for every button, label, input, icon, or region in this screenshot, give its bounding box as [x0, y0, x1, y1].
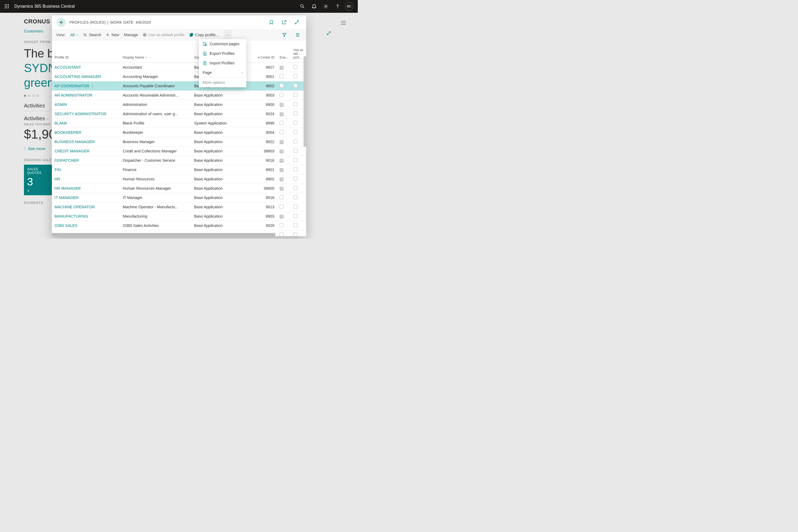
help-icon[interactable]	[332, 0, 343, 13]
manage-dropdown[interactable]: Manage	[124, 33, 138, 37]
table-row[interactable]: ADMINAdministrationBase Application8900	[52, 100, 306, 109]
default-checkbox[interactable]	[293, 83, 298, 88]
notifications-icon[interactable]	[308, 0, 320, 13]
enabled-checkbox[interactable]	[280, 187, 284, 191]
sales-quotes-tile[interactable]: SALES QUOTES 3	[24, 165, 56, 195]
expand-icon[interactable]	[326, 31, 331, 36]
cell-profile-id[interactable]: BOOKKEEPER	[52, 128, 120, 137]
default-checkbox[interactable]	[293, 186, 298, 190]
user-avatar[interactable]: BC	[345, 2, 354, 11]
default-checkbox[interactable]	[293, 74, 298, 78]
search-icon[interactable]	[297, 0, 308, 13]
enabled-checkbox[interactable]	[280, 103, 284, 107]
enabled-checkbox[interactable]	[280, 223, 284, 227]
cell-profile-id[interactable]: AP COORDINATOR⋮	[52, 81, 120, 91]
table-row[interactable]: DISPATCHERDispatcher - Customer ServiceB…	[52, 156, 306, 165]
col-enabled[interactable]: Ena...	[277, 40, 290, 63]
cell-profile-id[interactable]: SECURITY ADMINISTRATOR	[52, 109, 120, 119]
col-display-name[interactable]: Display Name ↑	[120, 40, 191, 63]
table-row[interactable]: MANUFACTURINGManufacturingBase Applicati…	[52, 212, 306, 221]
cell-profile-id[interactable]: FIN	[52, 165, 120, 174]
default-checkbox[interactable]	[293, 130, 298, 134]
table-row[interactable]: HR MANAGERHuman Resources ManagerBase Ap…	[52, 184, 306, 193]
bookmark-icon[interactable]	[267, 18, 276, 27]
new-button[interactable]: New	[106, 33, 119, 37]
default-checkbox[interactable]	[293, 111, 298, 115]
table-row[interactable]: ACCOUNTING MANAGERAccounting ManagerBase…	[52, 72, 306, 81]
default-checkbox[interactable]	[293, 167, 298, 171]
enabled-checkbox[interactable]	[280, 195, 284, 199]
table-row[interactable]: ACCOUNTANTAccountantBase App9027	[52, 63, 306, 72]
enabled-checkbox[interactable]	[280, 232, 284, 236]
cell-profile-id[interactable]: BUSINESS MANAGER	[52, 137, 120, 147]
enabled-checkbox[interactable]	[280, 93, 284, 97]
enabled-checkbox[interactable]	[280, 205, 284, 209]
default-checkbox[interactable]	[293, 149, 298, 153]
table-row[interactable]: BLANKBlank ProfileSystem Application8999	[52, 119, 306, 128]
menu-customize-pages[interactable]: Customize pages	[199, 39, 246, 49]
cell-profile-id[interactable]: BLANK	[52, 119, 120, 128]
vertical-scrollbar[interactable]	[304, 56, 306, 147]
cell-profile-id[interactable]: DISPATCHER	[52, 156, 120, 165]
enabled-checkbox[interactable]	[280, 130, 284, 134]
default-checkbox[interactable]	[293, 158, 298, 162]
default-checkbox[interactable]	[293, 121, 298, 125]
default-checkbox[interactable]	[293, 139, 298, 144]
table-row[interactable]: FINFinanceBase Application8901	[52, 165, 306, 174]
table-row[interactable]: BOOKKEEPERBookkeeperBase Application9004	[52, 128, 306, 137]
enabled-checkbox[interactable]	[280, 168, 284, 172]
cell-profile-id[interactable]: IT MANAGER	[52, 193, 120, 203]
enabled-checkbox[interactable]	[280, 66, 284, 70]
enabled-checkbox[interactable]	[280, 150, 284, 153]
cell-profile-id[interactable]: O365 SALES	[52, 221, 120, 230]
more-actions-button[interactable]: ⋯	[224, 29, 232, 40]
cell-profile-id[interactable]: CREDIT MANAGER	[52, 147, 120, 156]
cell-profile-id[interactable]: MANUFACTURING	[52, 212, 120, 221]
default-checkbox[interactable]	[293, 102, 298, 106]
cell-profile-id[interactable]: ACCOUNTANT	[52, 63, 120, 72]
default-checkbox[interactable]	[293, 177, 298, 180]
maximize-icon[interactable]	[292, 18, 301, 27]
view-all-dropdown[interactable]: All	[70, 33, 78, 37]
cell-profile-id[interactable]: AR ADMINISTRATOR	[52, 91, 120, 100]
app-launcher-icon[interactable]	[3, 2, 11, 11]
col-profile-id[interactable]: Profile ID	[52, 40, 120, 63]
menu-more-options[interactable]: More options	[199, 78, 246, 87]
table-row[interactable]: AP COORDINATOR⋮Accounts Payable Coordina…	[52, 81, 306, 91]
cell-profile-id[interactable]: HR MANAGER	[52, 184, 120, 193]
table-row[interactable]: MACHINE OPERATORMachine Operator - Manuf…	[52, 203, 306, 212]
enabled-checkbox[interactable]	[280, 215, 284, 218]
table-row[interactable]: CREDIT MANAGERCredit and Collections Man…	[52, 147, 306, 156]
enabled-checkbox[interactable]	[280, 140, 284, 144]
enabled-checkbox[interactable]	[280, 112, 284, 116]
list-view-icon[interactable]	[293, 33, 302, 37]
enabled-checkbox[interactable]	[280, 83, 284, 88]
default-checkbox[interactable]	[293, 195, 298, 199]
table-row[interactable]: O365 SALESO365 Sales ActivitiesBase Appl…	[52, 221, 306, 230]
enabled-checkbox[interactable]	[280, 121, 284, 125]
enabled-checkbox[interactable]	[280, 177, 284, 182]
copy-profile-button[interactable]: Copy profile...	[189, 33, 218, 37]
table-row[interactable]: BUSINESS MANAGERBusiness ManagerBase App…	[52, 137, 306, 147]
back-button[interactable]	[57, 18, 66, 27]
cell-profile-id[interactable]: HR	[52, 174, 120, 184]
table-row[interactable]: SECURITY ADMINISTRATORAdministration of …	[52, 109, 306, 119]
settings-icon[interactable]	[320, 0, 332, 13]
default-checkbox[interactable]	[293, 205, 298, 209]
cell-profile-id[interactable]: MACHINE OPERATOR	[52, 203, 120, 212]
row-menu-icon[interactable]: ⋮	[89, 84, 95, 88]
cell-profile-id[interactable]: ACCOUNTING MANAGER	[52, 72, 120, 81]
table-row[interactable]: HRHuman ResourcesBase Application8902	[52, 174, 306, 184]
default-checkbox[interactable]	[293, 65, 298, 69]
menu-page-submenu[interactable]: Page ›	[199, 68, 246, 77]
cell-profile-id[interactable]: ADMIN	[52, 100, 120, 109]
use-as-default-button[interactable]: Use as default profile	[143, 33, 185, 37]
table-row[interactable]: AR ADMINISTRATORAccounts Receivable Admi…	[52, 91, 306, 100]
open-external-icon[interactable]	[280, 18, 289, 27]
enabled-checkbox[interactable]	[280, 74, 284, 78]
default-checkbox[interactable]	[293, 214, 298, 218]
menu-export-profiles[interactable]: Export Profiles	[199, 49, 246, 58]
search-button[interactable]: Search	[83, 33, 101, 37]
table-row[interactable]: IT MANAGERIT ManagerBase Application9018	[52, 193, 306, 203]
default-checkbox[interactable]	[293, 232, 298, 236]
